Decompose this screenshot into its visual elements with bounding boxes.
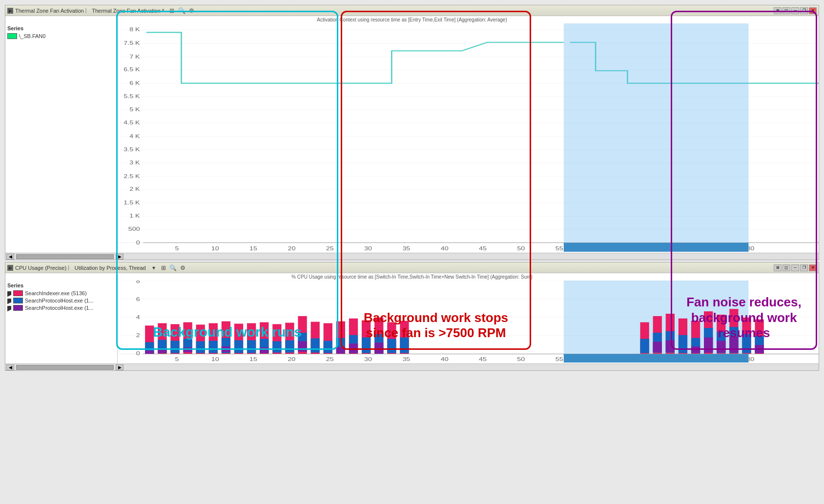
svg-text:35: 35 [402,357,410,363]
scroll-left-btn[interactable]: ◀ [6,254,14,260]
svg-text:4 K: 4 K [129,133,140,140]
scroll-right-bottom-btn[interactable]: ▶ [116,364,124,370]
svg-rect-70 [158,348,166,353]
svg-rect-79 [209,341,218,353]
svg-rect-67 [145,351,154,354]
svg-rect-132 [704,338,713,353]
legend-expand-protocol2[interactable]: ▶ [7,306,11,310]
svg-text:55: 55 [556,245,563,251]
split-btn[interactable]: ◫ [783,7,790,14]
svg-text:5 K: 5 K [129,106,140,112]
svg-text:0: 0 [136,239,140,245]
panel-bottom-icon: ▶ [7,265,13,271]
scrollbar-bottom[interactable]: ◀ ▶ [5,363,819,370]
svg-rect-100 [324,341,332,353]
svg-text:3.5 K: 3.5 K [124,146,140,152]
panel-top-icon: ▶ [7,8,13,14]
svg-text:6: 6 [136,296,140,302]
separator-icon: | [85,8,87,13]
svg-text:20: 20 [288,245,295,251]
legend-item-protocol1: ▶ SearchProtocolHost.exe (1... [7,298,115,303]
legend-expand-protocol1[interactable]: ▶ [7,299,11,302]
restore-btn[interactable]: ❐ [800,7,808,14]
svg-rect-35 [564,23,749,243]
svg-text:45: 45 [479,245,487,251]
scroll-thumb-top[interactable] [16,254,114,259]
svg-text:6 K: 6 K [129,80,140,86]
panel-top-controls: ⊞ ◫ ─ ❐ ✕ [774,7,817,14]
svg-text:8: 8 [136,281,140,284]
scrollbar-top[interactable]: ◀ ▶ [5,253,819,260]
legend-item-fan0: \_SB.FAN0 [7,33,115,39]
scroll-thumb-bottom[interactable] [16,365,114,370]
svg-text:15: 15 [249,245,257,251]
bottom-tile-btn[interactable]: ⊞ [774,264,782,271]
svg-text:30: 30 [364,357,372,363]
legend-label-protocol1: SearchProtocolHost.exe (1... [25,298,94,303]
settings-icon[interactable]: ⚙ [187,7,195,15]
legend-color-fan0 [7,33,17,39]
svg-rect-115 [400,338,409,353]
svg-text:10: 10 [211,245,219,251]
bottom-restore-btn[interactable]: ❐ [800,264,808,271]
tile-btn[interactable]: ⊞ [774,7,782,14]
legend-label-fan0: \_SB.FAN0 [19,33,45,39]
panel-bottom-subtitle: Utilization by Process, Thread [75,265,146,271]
chart-bottom-container: Series ▶ SearchIndexer.exe (5136) ▶ Sear… [5,281,819,363]
panel-bottom-titlebar: ▶ CPU Usage (Precise) | Utilization by P… [5,262,819,273]
scroll-right-btn[interactable]: ▶ [116,254,124,260]
svg-text:5: 5 [175,357,179,363]
bottom-minimize-btn[interactable]: ─ [791,264,799,271]
chart-top-container: Series \_SB.FAN0 [5,23,819,253]
svg-text:25: 25 [326,245,334,251]
close-btn[interactable]: ✕ [809,7,817,14]
svg-rect-126 [679,335,687,353]
minimize-btn[interactable]: ─ [791,7,799,14]
svg-text:7.5 K: 7.5 K [124,40,140,46]
svg-text:15: 15 [249,357,257,363]
panel-top: ▶ Thermal Zone Fan Activation | Thermal … [5,5,819,260]
svg-rect-91 [272,341,281,352]
svg-rect-118 [640,339,649,353]
bottom-close-btn[interactable]: ✕ [809,264,817,271]
chart-top-area[interactable]: 8 K 7.5 K 7 K 6.5 K 6 K 5.5 K 5 K 4.5 K … [118,23,819,253]
bottom-split-btn[interactable]: ◫ [783,264,790,271]
svg-rect-113 [387,339,396,353]
svg-rect-108 [362,338,371,353]
svg-rect-84 [234,340,243,353]
bottom-search-icon[interactable]: 🔍 [169,264,177,272]
svg-text:1 K: 1 K [129,213,140,219]
bottom-settings-icon[interactable]: ⚙ [179,264,187,272]
legend-item-indexer: ▶ SearchIndexer.exe (5136) [7,290,115,296]
svg-text:0: 0 [136,350,140,356]
chart-bottom-area[interactable]: 8 6 4 2 0 [118,281,819,363]
svg-rect-75 [183,347,192,352]
svg-text:10: 10 [211,357,219,363]
legend-expand-indexer[interactable]: ▶ [7,291,11,295]
scroll-left-bottom-btn[interactable]: ◀ [6,364,14,370]
bottom-dropdown-icon[interactable]: ▾ [150,264,158,272]
search-icon[interactable]: 🔍 [178,7,185,15]
svg-rect-77 [196,341,205,353]
legend-color-protocol1 [13,298,23,303]
svg-rect-121 [653,342,662,352]
svg-text:1.5 K: 1.5 K [124,199,140,205]
svg-rect-129 [691,346,700,353]
panel-bottom-controls: ⊞ ◫ ─ ❐ ✕ [774,264,817,271]
legend-top: Series \_SB.FAN0 [5,23,118,253]
svg-text:35: 35 [402,245,410,251]
svg-text:25: 25 [326,357,334,363]
svg-text:20: 20 [288,357,295,363]
svg-text:4.5 K: 4.5 K [124,120,140,126]
chart-bottom-title: % CPU Usage using resource time as [Swit… [5,273,819,281]
svg-rect-143 [755,345,763,353]
svg-text:7 K: 7 K [129,53,140,60]
main-container: ▶ Thermal Zone Fan Activation | Thermal … [0,0,824,504]
svg-rect-161 [564,354,749,363]
legend-top-title: Series [7,25,115,31]
bottom-toolbar: ▾ ⊞ 🔍 ⚙ [150,264,187,272]
svg-text:2 K: 2 K [129,186,140,192]
svg-text:6.5 K: 6.5 K [124,66,140,73]
grid-icon[interactable]: ⊞ [168,7,176,15]
bottom-grid-icon[interactable]: ⊞ [160,264,167,272]
